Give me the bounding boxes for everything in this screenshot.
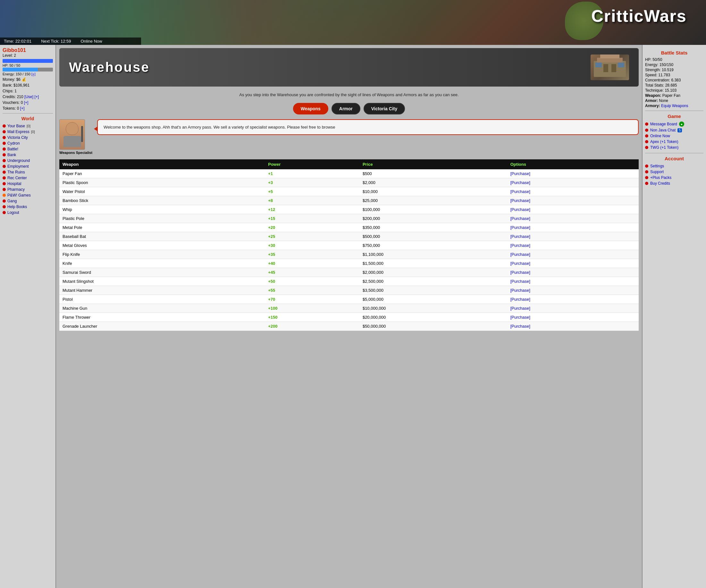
energy-plus-link[interactable]: [+]: [31, 72, 36, 76]
game-link[interactable]: Non Java Chat: [650, 128, 675, 132]
weapon-value: Paper Fan: [662, 93, 680, 98]
weapon-power: +200: [265, 322, 359, 331]
hp-bar: [3, 59, 53, 63]
purchase-link[interactable]: [Purchase]: [510, 306, 530, 311]
credits-plus-link[interactable]: [+]: [34, 94, 39, 99]
equip-weapons-link[interactable]: Equip Weapons: [661, 104, 689, 108]
weapon-power: +5: [265, 187, 359, 196]
stat-armor: Armor: None: [645, 99, 703, 103]
purchase-link[interactable]: [Purchase]: [510, 216, 530, 221]
purchase-link[interactable]: [Purchase]: [510, 180, 530, 185]
game-link[interactable]: TWG (+1 Token): [650, 145, 678, 150]
warehouse-title: Warehouse: [69, 60, 150, 75]
specialist-head: [66, 122, 79, 135]
credits-use-link[interactable]: [Use]: [24, 94, 33, 99]
account-link[interactable]: +Plus Packs: [650, 175, 671, 180]
purchase-link[interactable]: [Purchase]: [510, 297, 530, 302]
sidebar-item-gang[interactable]: Gang: [3, 198, 53, 204]
sidebar-item-rec-center[interactable]: Rec Center: [3, 175, 53, 181]
purchase-link[interactable]: [Purchase]: [510, 288, 530, 293]
sidebar-item-help-books[interactable]: Help Books: [3, 204, 53, 210]
blue-badge: 5: [677, 128, 682, 132]
tokens-plus-link[interactable]: [+]: [20, 106, 25, 111]
weapon-option: [Purchase]: [507, 187, 639, 196]
account-link[interactable]: Support: [650, 169, 664, 174]
nav-dot: [3, 124, 6, 128]
game-dot: [645, 134, 648, 138]
sidebar-item-employment[interactable]: Employment: [3, 163, 53, 169]
weapon-option: [Purchase]: [507, 250, 639, 259]
purchase-link[interactable]: [Purchase]: [510, 243, 530, 248]
nav-badge: [0]: [27, 124, 31, 128]
table-row: Grenade Launcher+200$50,000,000[Purchase…: [59, 322, 639, 331]
nav-dot: [3, 170, 6, 174]
sidebar-item-underground[interactable]: Underground: [3, 158, 53, 163]
weapon-power: +15: [265, 214, 359, 223]
weapon-name: Flip Knife: [59, 250, 265, 259]
nav-item-label: Battle!: [7, 147, 18, 151]
weapon-name: Machine Gun: [59, 304, 265, 313]
tab-victoria-city[interactable]: Victoria City: [363, 103, 405, 114]
stat-concentration: Concentration: 6.383: [645, 78, 703, 82]
stat-armory: Armory: Equip Weapons: [645, 104, 703, 108]
nav-dot: [3, 177, 6, 180]
weapon-option: [Purchase]: [507, 223, 639, 232]
sidebar-item-bank[interactable]: Bank: [3, 152, 53, 158]
vouchers-plus-link[interactable]: [+]: [24, 100, 29, 105]
weapon-power: +3: [265, 178, 359, 187]
sidebar-item-mail-express[interactable]: Mail Express[0]: [3, 129, 53, 135]
weapon-price: $350,000: [359, 223, 507, 232]
game-dot: [645, 140, 648, 143]
weapon-price: $20,000,000: [359, 313, 507, 322]
stat-speed: Speed: 11.783: [645, 73, 703, 77]
weapons-table: Weapon Power Price Options Paper Fan+1$5…: [59, 159, 639, 331]
sidebar-item-pharmacy[interactable]: Pharmacy: [3, 187, 53, 192]
table-row: Baseball Bat+25$500,000[Purchase]: [59, 232, 639, 241]
purchase-link[interactable]: [Purchase]: [510, 279, 530, 284]
purchase-link[interactable]: [Purchase]: [510, 207, 530, 212]
purchase-link[interactable]: [Purchase]: [510, 234, 530, 239]
weapon-price: $1,500,000: [359, 259, 507, 268]
game-link[interactable]: Online Now: [650, 134, 670, 138]
sidebar-item-cydron[interactable]: Cydron: [3, 141, 53, 146]
specialist-area: Weapons Specialist Welcome to the weapon…: [59, 119, 639, 155]
tab-armor[interactable]: Armor: [331, 103, 360, 114]
table-row: Water Pistol+5$10,000[Purchase]: [59, 187, 639, 196]
purchase-link[interactable]: [Purchase]: [510, 198, 530, 203]
weapon-option: [Purchase]: [507, 178, 639, 187]
purchase-link[interactable]: [Purchase]: [510, 261, 530, 266]
sidebar-item-victoria-city[interactable]: Victoria City: [3, 135, 53, 141]
account-link[interactable]: Buy Credits: [650, 181, 670, 186]
purchase-link[interactable]: [Purchase]: [510, 252, 530, 257]
account-link[interactable]: Settings: [650, 164, 664, 168]
game-link[interactable]: Message Board: [650, 122, 677, 126]
game-link[interactable]: Apex (+1 Token): [650, 140, 678, 144]
sidebar-item-battle-[interactable]: Battle!: [3, 146, 53, 152]
stat-technique: Technique: 15.103: [645, 88, 703, 93]
purchase-link[interactable]: [Purchase]: [510, 171, 530, 176]
sidebar-item-your-base[interactable]: Your Base[0]: [3, 123, 53, 129]
warehouse-header: Warehouse: [59, 48, 639, 86]
nav-dot: [3, 136, 6, 139]
specialist-image: [59, 119, 85, 150]
purchase-link[interactable]: [Purchase]: [510, 189, 530, 194]
account-dot: [645, 176, 648, 179]
purchase-link[interactable]: [Purchase]: [510, 324, 530, 328]
tab-weapons[interactable]: Weapons: [293, 103, 328, 114]
game-item: Apex (+1 Token): [645, 139, 703, 145]
sidebar-item-hospital[interactable]: Hospital: [3, 181, 53, 187]
sidebar-item-p-w--games[interactable]: P&W! Games: [3, 192, 53, 198]
col-weapon: Weapon: [59, 159, 265, 169]
nav-item-label: Gang: [7, 199, 17, 203]
purchase-link[interactable]: [Purchase]: [510, 270, 530, 275]
sidebar-item-logout[interactable]: Logout: [3, 210, 53, 215]
speech-text: Welcome to the weapons shop. Ahh that's …: [104, 125, 335, 129]
bank-row: Bank: $106,961: [3, 83, 53, 87]
table-header-row: Weapon Power Price Options: [59, 159, 639, 169]
purchase-link[interactable]: [Purchase]: [510, 225, 530, 230]
gun-icon: [81, 126, 83, 142]
purchase-link[interactable]: [Purchase]: [510, 315, 530, 320]
nav-item-label: The Ruins: [7, 170, 25, 174]
weapon-option: [Purchase]: [507, 322, 639, 331]
sidebar-item-the-ruins[interactable]: The Ruins: [3, 169, 53, 175]
